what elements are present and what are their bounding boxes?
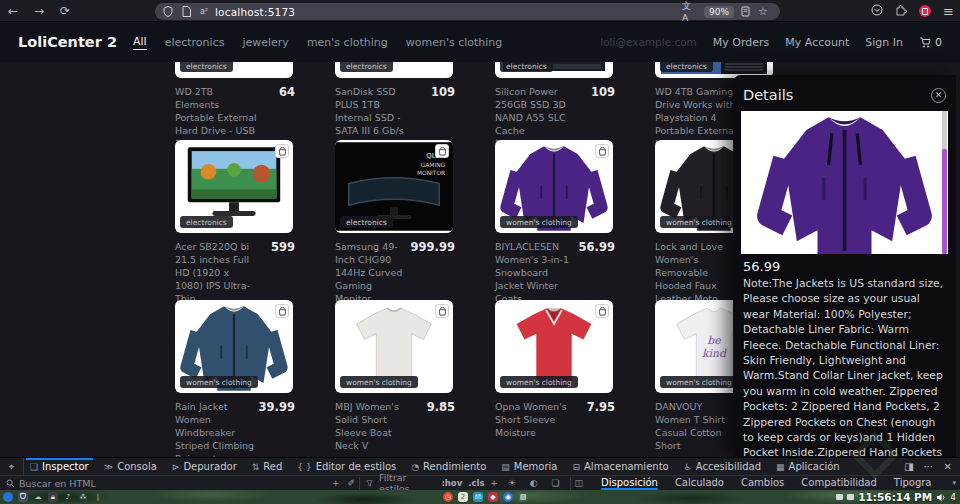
category-badge: electronics xyxy=(500,62,553,72)
product-title[interactable]: DANVOUY Women T Shirt Casual Cotton Shor… xyxy=(655,400,737,452)
share-nodes-icon[interactable]: ⁂ xyxy=(78,492,88,502)
product-image: electronics xyxy=(175,62,293,78)
tab-console[interactable]: ≫Consola xyxy=(104,458,157,476)
my-account-link[interactable]: My Account xyxy=(785,36,849,49)
sidebar-tab-layout[interactable]: Disposición xyxy=(601,476,658,490)
add-to-cart-icon[interactable] xyxy=(435,144,449,158)
compass-browser-icon[interactable]: ◉ xyxy=(503,492,513,502)
product-card[interactable]: QLEDGAMINGMONITOR electronics Samsung 49… xyxy=(335,140,455,318)
sidebar-tab-changes[interactable]: Cambios xyxy=(741,476,784,490)
site-brand[interactable]: LoliCenter 2 xyxy=(18,34,117,50)
product-image: electronics xyxy=(495,62,613,78)
discord-dock-icon[interactable]: ᗜ xyxy=(18,492,28,502)
reload-icon[interactable]: ⟳ xyxy=(52,4,78,18)
pocket-icon[interactable] xyxy=(871,4,883,19)
product-title[interactable]: MBJ Women's Solid Short Sleeve Boat Neck… xyxy=(335,400,417,452)
back-icon[interactable]: ← xyxy=(0,4,26,18)
print-sim-icon[interactable]: ❏ xyxy=(548,478,564,488)
nav-electronics[interactable]: electronics xyxy=(165,36,225,49)
light-theme-icon[interactable]: ☀ xyxy=(504,478,520,488)
pseudo-class-toggle[interactable]: :hov xyxy=(441,478,462,488)
product-card[interactable]: women's clothing MBJ Women's Solid Short… xyxy=(335,300,455,465)
password-manager-icon[interactable] xyxy=(919,5,931,17)
photos-app-icon[interactable]: ▨ xyxy=(518,492,528,502)
class-toggle[interactable]: .cls xyxy=(468,478,484,488)
tab-performance[interactable]: ◔Rendimiento xyxy=(411,458,486,476)
shield-icon[interactable] xyxy=(161,6,175,18)
sidebar-tabs-dropdown-icon[interactable]: ▾ xyxy=(948,479,960,487)
tab-accessibility[interactable]: ♿Accesibilidad xyxy=(684,458,761,476)
nav-mens-clothing[interactable]: men's clothing xyxy=(307,36,388,49)
url-bar[interactable]: a² localhost:5173 文A 90% ☆ xyxy=(155,3,780,20)
forward-icon[interactable]: → xyxy=(26,4,52,18)
product-title[interactable]: BIYLACLESEN Women's 3-in-1 Snowboard Jac… xyxy=(495,240,575,305)
network-indicator[interactable]: 4 xyxy=(950,492,956,502)
product-title[interactable]: Rain Jacket Women Windbreaker Striped Cl… xyxy=(175,400,255,465)
add-to-cart-icon[interactable] xyxy=(595,144,609,158)
element-picker-icon[interactable]: ⌖ xyxy=(0,458,24,476)
html-search[interactable]: Buscar en HTML xyxy=(0,478,328,489)
nav-womens-clothing[interactable]: women's clothing xyxy=(406,36,503,49)
url-text[interactable]: localhost:5173 xyxy=(215,6,295,18)
zoom-level-badge[interactable]: 90% xyxy=(704,6,734,18)
tab-debugger[interactable]: ⊳Depurador xyxy=(172,458,237,476)
product-card[interactable]: women's clothing Rain Jacket Women Windb… xyxy=(175,300,295,465)
my-orders-link[interactable]: My Orders xyxy=(713,36,770,49)
product-card[interactable]: electronics Acer SB220Q bi 21.5 inches F… xyxy=(175,140,295,318)
sidebar-tab-compatibility[interactable]: Compatibilidad xyxy=(801,476,877,490)
add-node-icon[interactable]: + xyxy=(328,478,344,488)
eyedropper-icon[interactable]: ✐ xyxy=(343,478,359,488)
add-to-cart-icon[interactable] xyxy=(275,144,289,158)
cart-button[interactable]: 0 xyxy=(919,36,942,49)
nav-all[interactable]: All xyxy=(133,35,147,50)
reader-icon[interactable] xyxy=(738,6,752,18)
music-app-icon[interactable]: ♪ xyxy=(63,492,73,502)
page-info-icon[interactable] xyxy=(179,6,193,18)
clock-app-icon[interactable]: ◷ xyxy=(443,492,453,502)
lock-app-icon[interactable]: 🔒︎ xyxy=(48,492,58,502)
product-title[interactable]: SanDisk SSD PLUS 1TB Internal SSD - SATA… xyxy=(335,85,417,137)
tray-window-icon[interactable] xyxy=(836,494,843,500)
bookmark-star-icon[interactable]: ☆ xyxy=(756,6,770,18)
translate-page-icon[interactable]: 文A xyxy=(682,6,696,18)
diamond-app-icon[interactable]: ◆ xyxy=(488,492,498,502)
tab-storage[interactable]: ⊟Almacenamiento xyxy=(572,458,668,476)
games-app-icon[interactable]: 🎮︎ xyxy=(473,492,483,502)
product-card[interactable]: women's clothing Opna Women's Short Slee… xyxy=(495,300,615,465)
add-to-cart-icon[interactable] xyxy=(275,304,289,318)
devtools-close-icon[interactable]: ✕ xyxy=(944,461,952,472)
add-to-cart-icon[interactable] xyxy=(435,304,449,318)
devtools-menu-icon[interactable]: ⋯ xyxy=(924,461,934,472)
tray-window-icon[interactable] xyxy=(847,494,854,500)
toggle-pane-icon[interactable]: ◫ xyxy=(571,478,588,488)
sidebar-tab-fonts[interactable]: Tipogra xyxy=(894,476,932,490)
taskbar-clock[interactable]: 11:56:14 PM xyxy=(858,491,932,503)
tab-memory[interactable]: ▤Memoria xyxy=(501,458,557,476)
product-card[interactable]: women's clothing BIYLACLESEN Women's 3-i… xyxy=(495,140,615,318)
volume-icon[interactable] xyxy=(936,493,946,502)
panel-scrollbar-thumb[interactable] xyxy=(942,149,947,254)
add-to-cart-icon[interactable] xyxy=(595,304,609,318)
tab-application[interactable]: ▦Aplicación xyxy=(776,458,840,476)
product-price: 109 xyxy=(431,85,455,137)
tab-style-editor[interactable]: { }Editor de estilos xyxy=(297,458,396,476)
translate-icon[interactable]: a² xyxy=(197,6,211,18)
tab-network[interactable]: ⇅Red xyxy=(252,458,283,476)
notes-app-icon[interactable]: 2 xyxy=(458,492,468,502)
nav-jewelery[interactable]: jewelery xyxy=(242,36,288,49)
firefox-dock-icon[interactable] xyxy=(3,492,13,502)
product-title[interactable]: Opna Women's Short Sleeve Moisture xyxy=(495,400,577,439)
dock-side-icon[interactable]: ◨ xyxy=(904,461,913,472)
product-title[interactable]: Acer SB220Q bi 21.5 inches Full HD (1920… xyxy=(175,240,257,305)
dark-theme-icon[interactable]: ◐ xyxy=(526,478,542,488)
add-rule-icon[interactable]: + xyxy=(491,478,498,488)
cloud-dock-icon[interactable]: ☁ xyxy=(33,492,43,502)
sign-in-link[interactable]: Sign In xyxy=(865,36,903,49)
menu-hamburger-icon[interactable]: ≡ xyxy=(943,4,954,19)
extension-puzzle-icon[interactable] xyxy=(895,4,907,19)
close-icon[interactable]: ✕ xyxy=(931,88,946,103)
category-badge: women's clothing xyxy=(660,376,738,388)
product-title[interactable]: Samsung 49-Inch CHG90 144Hz Curved Gamin… xyxy=(335,240,407,305)
tab-inspector[interactable]: ❏Inspector xyxy=(30,458,89,476)
sidebar-tab-computed[interactable]: Calculado xyxy=(675,476,724,490)
